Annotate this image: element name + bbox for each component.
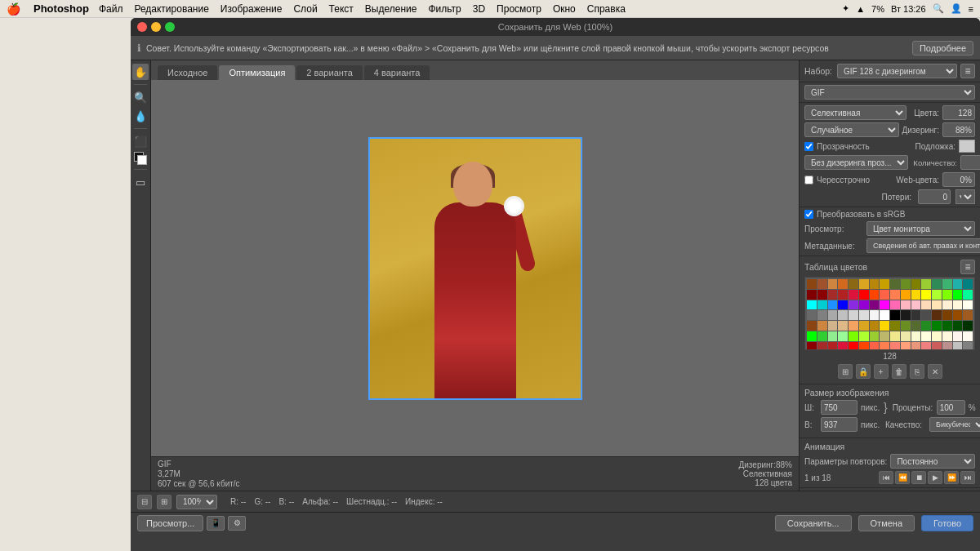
color-cell[interactable] xyxy=(807,290,817,300)
color-cell[interactable] xyxy=(828,300,838,310)
color-cell[interactable] xyxy=(870,310,880,320)
color-cell[interactable] xyxy=(807,321,817,331)
dithering-input[interactable] xyxy=(942,122,975,137)
color-cell[interactable] xyxy=(953,321,963,331)
color-cell[interactable] xyxy=(890,279,900,289)
menu-image[interactable]: Изображение xyxy=(220,3,283,15)
color-cell[interactable] xyxy=(859,279,869,289)
color-cell[interactable] xyxy=(838,290,848,300)
color-cell[interactable] xyxy=(807,279,817,289)
color-cell[interactable] xyxy=(932,331,942,341)
color-cell[interactable] xyxy=(953,300,963,310)
web-colors-input[interactable] xyxy=(942,172,975,187)
zoom-in-btn[interactable]: ⊞ xyxy=(157,495,172,509)
color-cell[interactable] xyxy=(817,321,827,331)
color-cell[interactable] xyxy=(838,331,848,341)
color-cell[interactable] xyxy=(838,321,848,331)
color-cell[interactable] xyxy=(932,342,942,351)
anim-first-btn[interactable]: ⏮ xyxy=(879,471,893,484)
color-cell[interactable] xyxy=(932,310,942,320)
color-cell[interactable] xyxy=(963,310,973,320)
color-cell[interactable] xyxy=(963,290,973,300)
menu-select[interactable]: Выделение xyxy=(365,3,417,15)
color-cell[interactable] xyxy=(901,300,911,310)
color-cell[interactable] xyxy=(942,279,952,289)
color-cell[interactable] xyxy=(807,331,817,341)
color-cell[interactable] xyxy=(838,279,848,289)
color-cell[interactable] xyxy=(953,290,963,300)
menu-icon[interactable]: ≡ xyxy=(969,4,973,14)
color-cell[interactable] xyxy=(911,342,921,351)
color-cell[interactable] xyxy=(963,321,973,331)
color-cell[interactable] xyxy=(921,290,931,300)
color-cell[interactable] xyxy=(859,300,869,310)
color-delete-btn[interactable]: 🗑 xyxy=(892,364,906,379)
color-cell[interactable] xyxy=(828,279,838,289)
menu-layer[interactable]: Слой xyxy=(293,3,317,15)
tab-original[interactable]: Исходное xyxy=(158,65,217,80)
color-cell[interactable] xyxy=(901,342,911,351)
color-cell[interactable] xyxy=(901,290,911,300)
tab-4up[interactable]: 4 варианта xyxy=(364,65,430,80)
matte-color[interactable] xyxy=(959,140,975,153)
color-cell[interactable] xyxy=(932,321,942,331)
color-cell[interactable] xyxy=(817,290,827,300)
color-cell[interactable] xyxy=(890,290,900,300)
preset-menu-btn[interactable]: ≡ xyxy=(960,64,975,78)
color-cell[interactable] xyxy=(921,321,931,331)
color-cell[interactable] xyxy=(838,300,848,310)
image-container[interactable] xyxy=(151,80,799,456)
anim-last-btn[interactable]: ⏭ xyxy=(960,471,975,484)
color-cell[interactable] xyxy=(859,321,869,331)
nodither-select[interactable]: Без дизеринга проз... xyxy=(804,155,908,170)
color-cell[interactable] xyxy=(870,321,880,331)
lossy-select[interactable]: ▾ xyxy=(956,189,975,204)
color-copy-btn[interactable]: ⎘ xyxy=(910,364,924,379)
color-cell[interactable] xyxy=(880,321,889,331)
cancel-button[interactable]: Отмена xyxy=(858,515,915,531)
color-cell[interactable] xyxy=(817,300,827,310)
color-cell[interactable] xyxy=(921,310,931,320)
apple-menu[interactable]: 🍎 xyxy=(7,2,20,16)
amount-input[interactable] xyxy=(960,155,980,170)
color-cell[interactable] xyxy=(859,342,869,351)
color-cell[interactable] xyxy=(901,321,911,331)
color-cell[interactable] xyxy=(849,300,858,310)
tool-toggle[interactable]: ⬛ xyxy=(132,133,149,149)
color-cell[interactable] xyxy=(870,331,880,341)
color-cell[interactable] xyxy=(942,290,952,300)
color-cell[interactable] xyxy=(911,290,921,300)
minimize-button[interactable] xyxy=(151,22,161,32)
colors-input[interactable] xyxy=(942,105,975,120)
metadata-select[interactable]: Сведения об авт. правах и контакты xyxy=(866,238,980,253)
background-color[interactable] xyxy=(137,155,147,165)
zoom-out-btn[interactable]: ⊟ xyxy=(137,495,152,509)
device-preview-icon[interactable]: 📱 xyxy=(207,516,225,531)
color-cell[interactable] xyxy=(942,331,952,341)
color-cell[interactable] xyxy=(828,310,838,320)
anim-play-btn[interactable]: ▶ xyxy=(928,471,942,484)
color-cell[interactable] xyxy=(870,342,880,351)
color-swatch[interactable] xyxy=(134,152,147,165)
color-cell[interactable] xyxy=(963,300,973,310)
quality-select[interactable]: Бикубическая xyxy=(929,417,980,432)
close-button[interactable] xyxy=(137,22,147,32)
color-cell[interactable] xyxy=(828,290,838,300)
interlace-checkbox[interactable] xyxy=(804,176,813,184)
color-cell[interactable] xyxy=(880,290,889,300)
save-button[interactable]: Сохранить... xyxy=(775,515,852,531)
color-cell[interactable] xyxy=(880,279,889,289)
color-cell[interactable] xyxy=(890,331,900,341)
menu-window[interactable]: Окно xyxy=(553,3,576,15)
color-cell[interactable] xyxy=(901,279,911,289)
color-cell[interactable] xyxy=(911,310,921,320)
device-settings-icon[interactable]: ⚙ xyxy=(228,516,246,531)
width-input[interactable] xyxy=(821,400,858,415)
color-cell[interactable] xyxy=(942,300,952,310)
color-cell[interactable] xyxy=(942,342,952,351)
tab-2up[interactable]: 2 варианта xyxy=(296,65,363,80)
srgb-checkbox[interactable] xyxy=(804,210,813,219)
tool-preview[interactable]: ▭ xyxy=(132,174,149,190)
color-cell[interactable] xyxy=(849,321,858,331)
color-cell[interactable] xyxy=(953,331,963,341)
